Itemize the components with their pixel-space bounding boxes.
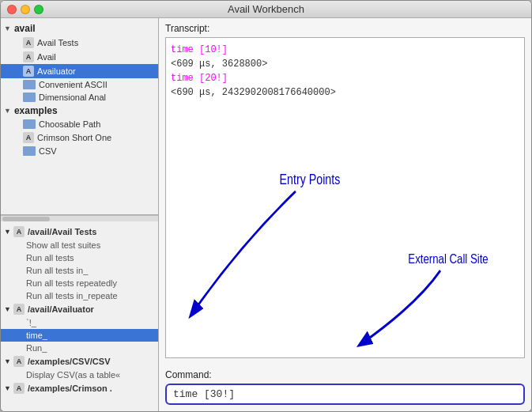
triangle-section-avail-tests: ▼ [4,228,11,236]
item-show-all-test-suites[interactable]: Show all test suites [1,239,158,251]
main-content: ▼ avail A Avail Tests A Avail A Availuat… [1,18,531,411]
main-window: Avail Workbench ▼ avail A Avail Tests A … [0,0,532,412]
tree-bottom[interactable]: ▼ A /avail/Avail Tests Show all test sui… [1,221,158,411]
transcript-line-1: <609 μs, 3628800> [171,57,519,71]
item-run-underscore[interactable]: Run_ [1,342,158,354]
tree-item-convenient-ascii[interactable]: Convenient ASCII [1,78,158,91]
group-examples[interactable]: ▼ examples [1,104,158,118]
command-label: Command: [165,369,525,380]
svg-rect-0 [24,82,35,89]
tree-item-avail-tests[interactable]: A Avail Tests [1,36,158,50]
icon-a-availuator: A [23,66,34,77]
left-bottom-wrapper: ▼ A /avail/Avail Tests Show all test sui… [1,221,158,411]
label-dimensional-anal: Dimensional Anal [39,93,106,102]
transcript-line-2: time [20!] [171,71,519,85]
label-avail: Avail [37,52,56,62]
triangle-section-availuator: ▼ [4,305,11,313]
icon-a-section-crimson: A [13,383,25,394]
transcript-line-0: time [10!] [171,43,519,57]
title-bar: Avail Workbench [1,1,531,18]
label-avail-tests: Avail Tests [37,38,78,47]
icon-a-avail: A [23,51,34,62]
triangle-avail: ▼ [4,25,11,32]
svg-rect-1 [24,81,28,83]
window-title: Avail Workbench [228,3,304,15]
tree-item-choosable-path[interactable]: Choosable Path [1,118,158,130]
transcript-label: Transcript: [165,23,525,34]
item-run-all-tests[interactable]: Run all tests [1,251,158,264]
item-time-underscore[interactable]: time_ [1,329,158,342]
close-button[interactable] [7,5,17,14]
icon-a-crimson: A [23,132,34,143]
item-run-all-tests-in-repeat[interactable]: Run all tests in_repeate [1,289,158,302]
command-area: Command: [159,365,531,411]
label-convenient-ascii: Convenient ASCII [39,80,108,89]
top-tree-scrollbar[interactable] [1,215,158,221]
label-section-csv: /examples/CSV/CSV [28,357,111,366]
item-display-csv[interactable]: Display CSV(as a table« [1,369,158,381]
icon-folder-csv [23,146,36,156]
label-csv: CSV [39,146,57,156]
svg-rect-6 [24,149,35,156]
icon-folder-dimensional [23,93,36,102]
group-avail-label: avail [14,23,36,34]
label-section-availuator: /avail/Availuator [28,304,94,314]
icon-folder-convenient-ascii [23,80,36,89]
label-crimson: Crimson Short One [37,133,111,142]
icon-a-section-csv: A [13,356,25,367]
group-avail[interactable]: ▼ avail [1,21,158,36]
triangle-section-csv: ▼ [4,357,11,365]
section-csv[interactable]: ▼ A /examples/CSV/CSV [1,354,158,369]
transcript-area: Transcript: time [10!] <609 μs, 3628800>… [159,18,531,365]
triangle-section-crimson: ▼ [4,384,11,392]
transcript-box[interactable]: time [10!] <609 μs, 3628800> time [20!] … [165,37,525,358]
section-avail-tests[interactable]: ▼ A /avail/Avail Tests [1,225,158,239]
svg-rect-2 [24,95,35,102]
item-backtick-exclaim[interactable]: `!_ [1,316,158,329]
icon-folder-choosable [23,119,36,129]
section-availuator[interactable]: ▼ A /avail/Availuator [1,302,158,316]
item-run-all-tests-in[interactable]: Run all tests in_ [1,264,158,277]
triangle-examples: ▼ [4,107,11,115]
left-panel: ▼ avail A Avail Tests A Avail A Availuat… [1,18,159,411]
svg-rect-3 [24,93,28,96]
tree-item-csv[interactable]: CSV [1,145,158,157]
label-section-crimson: /examples/Crimson . [28,384,112,393]
svg-rect-5 [24,120,28,123]
traffic-lights [7,5,43,14]
icon-a-section-availuator: A [13,304,25,315]
minimize-button[interactable] [21,5,30,14]
svg-rect-4 [24,122,35,129]
svg-rect-7 [24,147,28,149]
label-section-avail-tests: /avail/Avail Tests [28,227,96,236]
icon-a-section-avail-tests: A [13,226,25,237]
transcript-line-3: <690 μs, 2432902008176640000> [171,85,519,100]
maximize-button[interactable] [34,5,43,14]
icon-a-avail-tests: A [23,37,34,48]
item-run-all-tests-repeatedly[interactable]: Run all tests repeatedly [1,277,158,289]
top-tree-scrollbar-thumb[interactable] [2,217,50,221]
group-examples-label: examples [14,105,58,116]
tree-item-availuator[interactable]: A Availuator [1,64,158,78]
tree-item-dimensional-anal[interactable]: Dimensional Anal [1,91,158,104]
tree-item-crimson[interactable]: A Crimson Short One [1,130,158,145]
tree-item-avail[interactable]: A Avail [1,50,158,64]
tree-top[interactable]: ▼ avail A Avail Tests A Avail A Availuat… [1,18,158,215]
right-panel: Transcript: time [10!] <609 μs, 3628800>… [159,18,531,411]
label-choosable-path: Choosable Path [39,119,100,129]
section-crimson[interactable]: ▼ A /examples/Crimson . [1,381,158,395]
command-input[interactable] [165,384,525,405]
label-availuator: Availuator [37,66,76,76]
